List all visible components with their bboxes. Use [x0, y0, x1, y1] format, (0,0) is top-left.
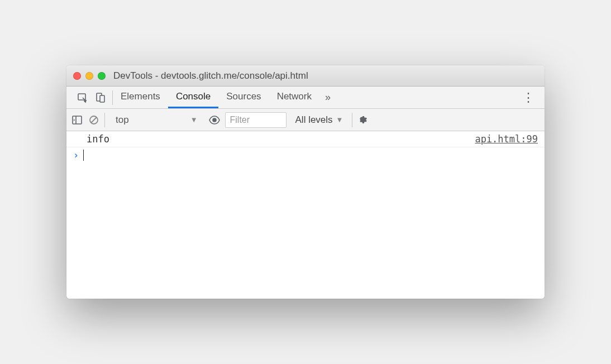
console-output: info api.html:99 ›: [66, 131, 545, 299]
divider: [352, 113, 352, 127]
more-tabs-icon[interactable]: »: [319, 92, 335, 103]
tab-sources[interactable]: Sources: [218, 87, 269, 108]
filter-input[interactable]: [225, 112, 287, 128]
log-entry: info api.html:99: [66, 131, 545, 147]
settings-icon[interactable]: [357, 114, 369, 126]
eye-icon[interactable]: [208, 114, 221, 126]
levels-label: All levels: [295, 114, 333, 126]
log-levels-selector[interactable]: All levels ▼: [291, 114, 348, 126]
minimize-icon[interactable]: [85, 72, 93, 80]
tab-console[interactable]: Console: [168, 87, 218, 108]
divider: [104, 113, 105, 127]
svg-point-7: [213, 118, 216, 122]
maximize-icon[interactable]: [98, 72, 106, 80]
svg-line-6: [91, 117, 97, 123]
chevron-down-icon: ▼: [190, 116, 198, 124]
main-toolbar: Elements Console Sources Network » ⋮: [66, 87, 545, 109]
traffic-lights: [73, 72, 106, 80]
context-label: top: [116, 114, 129, 126]
inspect-icon[interactable]: [77, 92, 89, 104]
context-selector[interactable]: top ▼: [109, 113, 204, 127]
text-cursor: [83, 150, 84, 161]
close-icon[interactable]: [73, 72, 81, 80]
console-prompt[interactable]: ›: [66, 147, 545, 163]
log-message: info: [87, 133, 109, 145]
devtools-window: DevTools - devtools.glitch.me/console/ap…: [66, 65, 545, 299]
clear-console-icon[interactable]: [88, 114, 100, 126]
sidebar-toggle-icon[interactable]: [71, 114, 83, 126]
tab-elements[interactable]: Elements: [113, 87, 168, 108]
device-toggle-icon[interactable]: [94, 92, 107, 104]
window-title: DevTools - devtools.glitch.me/console/ap…: [113, 70, 308, 82]
svg-rect-2: [100, 95, 104, 102]
panel-tabs: Elements Console Sources Network: [113, 87, 319, 108]
chevron-down-icon: ▼: [336, 116, 343, 124]
prompt-caret-icon: ›: [73, 150, 79, 161]
menu-icon[interactable]: ⋮: [517, 90, 540, 105]
log-source-link[interactable]: api.html:99: [475, 133, 538, 145]
console-filterbar: top ▼ All levels ▼: [66, 109, 545, 131]
titlebar: DevTools - devtools.glitch.me/console/ap…: [66, 65, 545, 87]
tab-network[interactable]: Network: [269, 87, 319, 108]
